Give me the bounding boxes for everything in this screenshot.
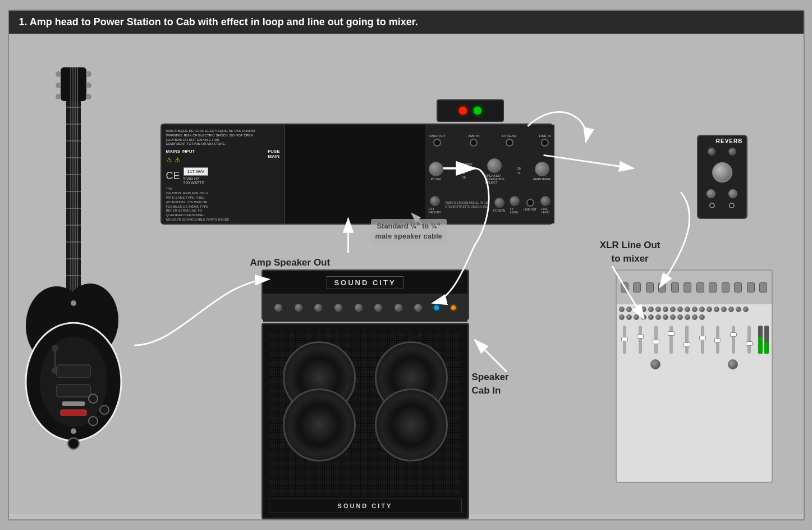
- svg-point-38: [89, 394, 98, 403]
- mixer-xlr-2[interactable]: [633, 282, 641, 293]
- mixer-eq-knob-12[interactable]: [699, 307, 705, 312]
- mixer-eq-knob-10[interactable]: [685, 307, 690, 312]
- amp-knob-6[interactable]: [374, 304, 382, 312]
- svg-rect-6: [66, 157, 81, 158]
- ps-power-knob[interactable]: [429, 162, 443, 176]
- mixer-send-knob-12[interactable]: [699, 314, 705, 320]
- mixer-send-knob-2[interactable]: [626, 314, 632, 320]
- mixer-eq-knob-17[interactable]: [736, 307, 741, 312]
- mixer-eq-knob-2[interactable]: [626, 307, 632, 312]
- ps-line-out-jack[interactable]: [526, 199, 534, 207]
- warning-icon-right: ⚠: [175, 156, 181, 164]
- mixer-fader-1[interactable]: [621, 337, 628, 341]
- amp-knob-7[interactable]: [394, 304, 402, 312]
- mixer-send-knob-5[interactable]: [648, 314, 654, 320]
- ps-spkr-out-jack[interactable]: [433, 139, 441, 147]
- mixer-fader-6[interactable]: [699, 336, 706, 340]
- mixer-xlr-7[interactable]: [696, 282, 704, 293]
- mixer-eq-knob-16[interactable]: [728, 307, 734, 312]
- ps-vents-svg: [285, 125, 425, 223]
- reverb-pedal: REVERB: [697, 135, 747, 219]
- mixer-fader-7[interactable]: [714, 338, 721, 342]
- mixer-xlr-3[interactable]: [646, 282, 654, 293]
- amp-knob-1[interactable]: [274, 304, 282, 312]
- mixer-xlr-1[interactable]: [621, 282, 629, 293]
- mixer-send-knob-9[interactable]: [677, 314, 683, 320]
- ps-lift-ground-switch[interactable]: [430, 196, 440, 206]
- mixer-eq-knob-14[interactable]: [714, 307, 719, 312]
- mixer-fader-8[interactable]: [730, 332, 737, 337]
- mixer-eq-knob-5[interactable]: [648, 307, 654, 312]
- svg-point-21: [86, 94, 91, 99]
- mixer-master-knob-1[interactable]: [650, 359, 660, 369]
- mixer-send-knob-4[interactable]: [641, 314, 646, 320]
- mixer-send-knob-11[interactable]: [692, 314, 698, 320]
- ps-impedance-knob[interactable]: [487, 158, 502, 173]
- svg-point-20: [86, 83, 91, 88]
- mixer-fader-2[interactable]: [637, 334, 644, 339]
- amp-knob-8[interactable]: [414, 304, 422, 312]
- ps-amplifier-knob[interactable]: [535, 162, 549, 176]
- mixer-send-knob-3[interactable]: [634, 314, 639, 320]
- mixer-xlr-11[interactable]: [747, 282, 755, 293]
- amp-knob-2[interactable]: [295, 304, 302, 312]
- mixer-send-knob-7[interactable]: [663, 314, 668, 320]
- ps-amp-in-jack[interactable]: [470, 139, 478, 147]
- mixer-eq-knob-15[interactable]: [721, 307, 727, 312]
- mixer-eq-knob-6[interactable]: [655, 307, 661, 312]
- svg-rect-9: [66, 208, 81, 209]
- reverb-jack-out[interactable]: [729, 203, 735, 208]
- reverb-top-knob-1[interactable]: [708, 148, 715, 156]
- svg-rect-11: [66, 241, 81, 243]
- mixer-eq-knob-4[interactable]: [641, 307, 646, 312]
- ps-fx-rtn-jack[interactable]: [494, 198, 504, 208]
- mixer-fader-track-9: [747, 326, 751, 354]
- reverb-top-knob-2[interactable]: [728, 148, 736, 156]
- mixer-eq-knob-8[interactable]: [670, 307, 676, 312]
- mixer-send-knob-6[interactable]: [655, 314, 661, 320]
- diagram-area: AVIS: RISQUE DE CHOC ELECTRIQUE. NE PAS …: [9, 34, 804, 514]
- mixer-fader-4[interactable]: [668, 331, 675, 336]
- ps-mains-label: MAINS INPUT ⚠ ⚠: [166, 149, 195, 164]
- mixer-xlr-4[interactable]: [658, 282, 666, 293]
- reverb-label: REVERB: [698, 136, 746, 145]
- ps-fx-level-knob[interactable]: [510, 196, 520, 206]
- amp-knob-4[interactable]: [334, 304, 342, 312]
- mixer-eq-knob-7[interactable]: [663, 307, 668, 312]
- ps-line-in-jack[interactable]: [541, 139, 549, 147]
- amp-head-top: SOUND CITY: [263, 271, 467, 294]
- ps-caution-text: CAUTION: REPLACE ONLYWITH SAME TYPE FUSE…: [166, 191, 280, 222]
- reverb-main-knob[interactable]: [712, 162, 732, 182]
- cab-brand-strip: SOUND CITY: [269, 499, 462, 513]
- mixer-fader-9[interactable]: [746, 341, 753, 346]
- mixer-fader-3[interactable]: [653, 340, 659, 344]
- svg-rect-34: [57, 365, 90, 377]
- ps-fx-send-section: FX SEND: [502, 134, 517, 147]
- mixer-send-knob-1[interactable]: [619, 314, 625, 320]
- reverb-sm-knob-2[interactable]: [728, 189, 737, 198]
- mixer-send-knob-8[interactable]: [670, 314, 676, 320]
- mixer-send-knob-10[interactable]: [685, 314, 690, 320]
- mixer-fader-track-5: [685, 326, 689, 354]
- mixer-master-section: [619, 359, 769, 369]
- mixer-xlr-12[interactable]: [759, 282, 767, 293]
- mixer-eq-knob-3[interactable]: [634, 307, 639, 312]
- mixer-eq-knob-18[interactable]: [743, 307, 749, 312]
- mixer-fader-5[interactable]: [683, 342, 690, 347]
- mixer-eq-knob-1[interactable]: [619, 307, 625, 312]
- amp-knob-3[interactable]: [314, 304, 322, 312]
- ps-fx-send-jack[interactable]: [506, 139, 513, 147]
- mixer-xlr-5[interactable]: [671, 282, 679, 293]
- mixer-xlr-6[interactable]: [683, 282, 691, 293]
- mixer-eq-knob-9[interactable]: [677, 307, 683, 312]
- mixer-eq-knob-11[interactable]: [692, 307, 698, 312]
- mixer-eq-knob-13[interactable]: [707, 307, 712, 312]
- mixer-xlr-8[interactable]: [709, 282, 717, 293]
- mixer-master-knob-2[interactable]: [728, 359, 738, 369]
- ps-line-level-knob[interactable]: [540, 196, 550, 206]
- reverb-jack-in[interactable]: [709, 203, 715, 208]
- reverb-sm-knob-1[interactable]: [707, 189, 715, 198]
- amp-knob-5[interactable]: [355, 304, 363, 312]
- mixer-xlr-10[interactable]: [734, 282, 742, 293]
- mixer-xlr-9[interactable]: [722, 282, 730, 293]
